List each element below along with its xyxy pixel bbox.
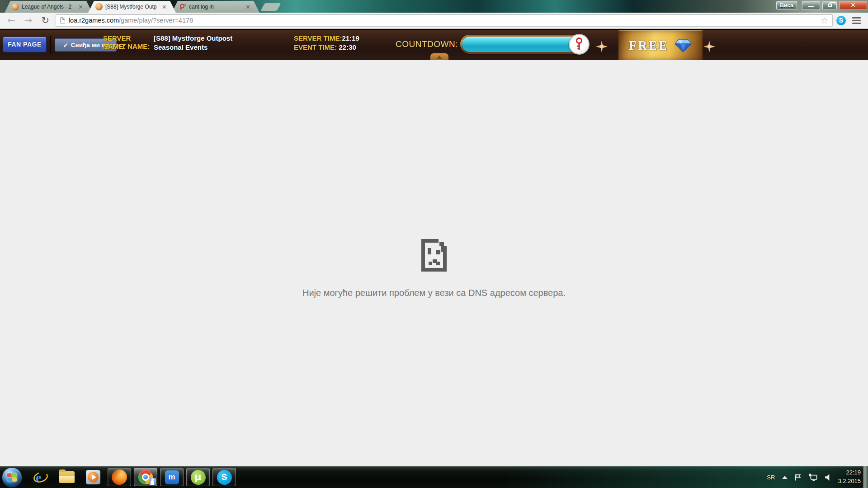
event-time-value: 22:30 [339, 43, 356, 51]
page-icon [60, 17, 65, 23]
screen: Виса ✕ League of Angels - 2 ✕ [S88] Myst… [0, 0, 868, 488]
bookmark-star-icon[interactable]: ☆ [821, 15, 828, 25]
windows-logo-icon [7, 473, 17, 482]
address-bar[interactable]: loa.r2games.com/game/play/?server=4178 ☆ [56, 14, 833, 27]
browser-toolbar: ← → ↻ loa.r2games.com/game/play/?server=… [0, 13, 868, 28]
window-controls: Виса ✕ [776, 1, 867, 10]
taskbar-maxthon[interactable]: m [160, 468, 184, 486]
taskbar-internet-explorer[interactable]: e [29, 468, 52, 486]
event-name-value: Seasonal Events [154, 43, 232, 52]
skype-icon: S [217, 470, 232, 485]
internet-explorer-icon: e [33, 469, 48, 485]
sparkle-ornament-icon [703, 41, 715, 52]
tab-cant-log-in[interactable]: 2 cant log in ✕ [172, 1, 259, 13]
show-hidden-icons-icon[interactable] [782, 476, 788, 479]
free-label: FREE [629, 38, 669, 52]
taskbar-skype[interactable]: S [212, 468, 236, 486]
taskbar-media-player[interactable] [81, 468, 105, 486]
chrome-profile-badge-icon [149, 478, 156, 485]
network-icon[interactable] [808, 474, 818, 481]
tab-close-icon[interactable]: ✕ [245, 4, 251, 10]
game-header-bar: FAN PAGE ✓ Свиђа ми се SERVER EVENT NAME… [0, 29, 868, 60]
url-text: loa.r2games.com/game/play/?server=4178 [69, 17, 193, 24]
server-time-value: 21:19 [342, 34, 359, 42]
countdown-label: COUNTDOWN: [396, 39, 458, 49]
tab-league-of-angels[interactable]: League of Angels - 2 ✕ [5, 1, 92, 13]
server-name-value: [S88] Mystforge Outpost [154, 34, 232, 43]
fan-page-button[interactable]: FAN PAGE [3, 37, 47, 52]
sad-file-icon [421, 239, 447, 272]
countdown-progress-fill [462, 37, 586, 52]
diamond-icon [674, 38, 692, 53]
volume-icon[interactable] [825, 474, 831, 481]
skype-extension-icon[interactable]: S [836, 16, 846, 25]
utorrent-icon: µ [191, 470, 206, 485]
minimize-icon [808, 6, 814, 7]
restore-button[interactable] [822, 1, 837, 10]
check-icon: ✓ [63, 42, 68, 49]
tab-close-icon[interactable]: ✕ [77, 4, 84, 10]
key-icon [574, 37, 585, 52]
key-button[interactable] [569, 34, 590, 55]
tab-title: cant log in [189, 4, 242, 10]
svg-text:2: 2 [184, 4, 186, 7]
event-time-label: EVENT TIME: [294, 43, 337, 51]
svg-text:e: e [36, 470, 41, 484]
chrome-menu-icon[interactable] [849, 15, 863, 26]
language-indicator[interactable]: SR [766, 474, 776, 481]
tab-mystforge-outpost[interactable]: [S88] Mystforge Outp ✕ [88, 1, 176, 13]
error-message: Није могуће решити проблем у вези са DNS… [302, 288, 566, 298]
close-icon: ✕ [851, 2, 856, 9]
folder-icon [59, 471, 75, 483]
maxthon-icon: m [165, 470, 179, 484]
action-center-flag-icon[interactable] [794, 474, 802, 481]
close-button[interactable]: ✕ [839, 1, 867, 10]
new-tab-button[interactable] [260, 3, 281, 11]
r2games-favicon-icon: 2 [179, 3, 186, 10]
restore-icon [828, 4, 832, 7]
dns-error-page: Није могуће решити проблем у вези са DNS… [0, 60, 868, 466]
taskbar-windows-explorer[interactable] [55, 468, 79, 486]
angel-favicon-icon [95, 3, 103, 10]
system-tray: SR 22:19 3.2.2015 [766, 466, 861, 488]
start-button[interactable] [2, 467, 22, 488]
server-event-labels: SERVER EVENT NAME: NAME: [103, 34, 153, 52]
time-info: SERVER TIME:21:19 EVENT TIME: 22:30 [294, 34, 359, 52]
tab-title: League of Angels - 2 [22, 4, 75, 10]
windows-taskbar: e m µ S [0, 466, 868, 488]
media-player-icon [86, 470, 100, 484]
reload-button[interactable]: ↻ [38, 16, 52, 25]
tab-close-icon[interactable]: ✕ [161, 4, 168, 10]
server-time-label: SERVER TIME: [294, 34, 342, 42]
clock[interactable]: 22:19 3.2.2015 [838, 469, 861, 486]
back-button[interactable]: ← [5, 16, 18, 25]
minimize-button[interactable] [802, 1, 820, 10]
server-label-line1: SERVER [103, 34, 131, 42]
tray-date: 3.2.2015 [838, 477, 861, 486]
window-extra-button[interactable]: Виса [776, 1, 797, 10]
show-desktop-button[interactable] [863, 466, 868, 488]
tab-title: [S88] Mystforge Outp [105, 4, 158, 10]
sparkle-ornament-icon [596, 41, 608, 52]
forward-button[interactable]: → [22, 16, 35, 25]
server-event-values: [S88] Mystforge Outpost Seasonal Events [154, 34, 232, 52]
taskbar-utorrent[interactable]: µ [186, 468, 210, 486]
taskbar-chrome[interactable] [134, 468, 157, 486]
server-label-line2: NAME: [103, 42, 125, 50]
tray-time: 22:19 [838, 469, 861, 477]
tab-strip: League of Angels - 2 ✕ [S88] Mystforge O… [5, 1, 279, 13]
chevron-up-icon [436, 56, 443, 59]
angel-favicon-icon [12, 3, 19, 10]
firefox-icon [112, 469, 127, 485]
header-divider [50, 36, 51, 54]
taskbar-firefox[interactable] [108, 468, 131, 486]
free-diamonds-button[interactable]: FREE [618, 30, 703, 61]
